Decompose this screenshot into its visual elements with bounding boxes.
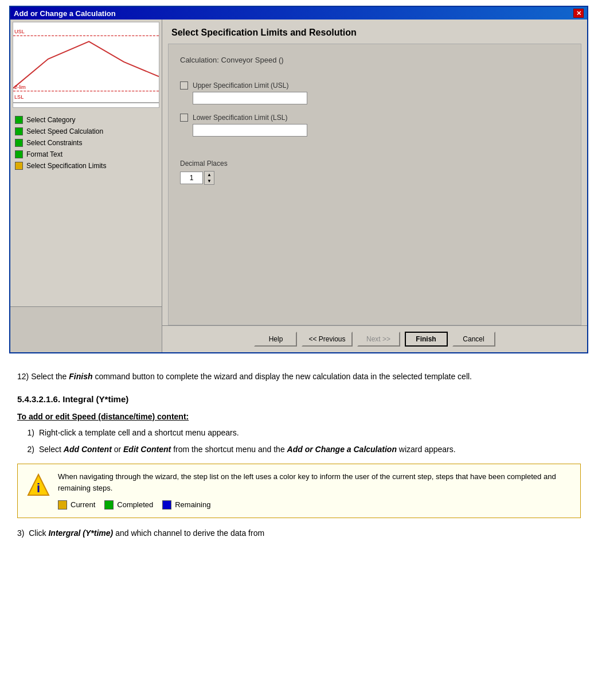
step-item-5: Select Specification Limits <box>15 162 157 170</box>
legend-current-box <box>58 500 67 510</box>
step-indicator-2 <box>15 127 23 135</box>
step-label-5: Select Specification Limits <box>26 162 106 170</box>
calc-label: Calculation: Conveyor Speed () <box>180 56 569 64</box>
decimal-row: ▲ ▼ <box>180 171 569 185</box>
legend-remaining-label: Remaining <box>175 499 210 511</box>
section-heading: 5.4.3.2.1.6. Integral (Y*time) <box>17 394 581 404</box>
svg-text:i: i <box>37 481 40 495</box>
step12-bold: Finish <box>69 372 92 381</box>
legend-remaining-box <box>162 500 171 510</box>
dialog: Add or Change a Calculation ✕ <box>9 6 588 353</box>
list-item-2-text-mid2: from the shortcut menu and the <box>171 445 287 454</box>
step-item-1: Select Category <box>15 116 157 124</box>
legend-completed-box <box>104 500 114 510</box>
decimal-spinner: ▲ ▼ <box>204 171 214 185</box>
svg-text:LSL: LSL <box>14 94 24 100</box>
usl-label: Upper Specification Limit (USL) <box>193 81 288 90</box>
dialog-footer: Help << Previous Next >> Finish Cancel <box>162 325 587 352</box>
step3-text: Click <box>29 528 48 538</box>
left-panel: USL 2-lim LSL Select Category <box>10 20 162 352</box>
doc-content: 12) Select the Finish command button to … <box>0 359 598 562</box>
decimal-down-button[interactable]: ▼ <box>205 178 214 184</box>
step-indicator-3 <box>15 139 23 147</box>
list-item-2-text-before: Select <box>39 445 64 454</box>
step3-num: 3) <box>17 528 24 538</box>
chart-area: USL 2-lim LSL <box>13 22 159 108</box>
usl-input[interactable] <box>193 92 307 104</box>
right-panel-title: Select Specification Limits and Resoluti… <box>162 20 587 44</box>
bottom-left-panel <box>10 306 162 352</box>
spec-section: Upper Specification Limit (USL) Lower Sp… <box>180 81 569 137</box>
step-label-2: Select Speed Calculation <box>26 127 103 135</box>
decimal-up-button[interactable]: ▲ <box>205 172 214 178</box>
usl-checkbox[interactable] <box>180 81 188 90</box>
right-content: Calculation: Conveyor Speed () Upper Spe… <box>168 44 581 325</box>
info-main-text: When navigating through the wizard, the … <box>58 472 556 492</box>
cancel-button[interactable]: Cancel <box>452 332 495 347</box>
dialog-titlebar: Add or Change a Calculation ✕ <box>10 7 587 20</box>
step12-suffix: command button to complete the wizard an… <box>93 372 472 381</box>
step-label-1: Select Category <box>26 116 75 124</box>
legend-row: Current Completed Remaining <box>58 499 571 511</box>
step12-num: 12) <box>17 372 29 381</box>
svg-text:USL: USL <box>14 29 25 34</box>
info-text-content: When navigating through the wizard, the … <box>58 471 571 511</box>
usl-header: Upper Specification Limit (USL) <box>180 81 569 90</box>
step3-bold: Intergral (Y*time) <box>48 528 113 538</box>
step-item-4: Format Text <box>15 150 157 158</box>
legend-completed-label: Completed <box>117 499 153 511</box>
list-item-2-bold3: Add or Change a Calculation <box>287 445 397 454</box>
dialog-body: USL 2-lim LSL Select Category <box>10 20 587 352</box>
lsl-checkbox[interactable] <box>180 114 188 122</box>
finish-button[interactable]: Finish <box>405 332 448 347</box>
list-item-1-text: Right-click a template cell and a shortc… <box>39 427 239 439</box>
usl-row: Upper Specification Limit (USL) <box>180 81 569 104</box>
legend-completed: Completed <box>104 499 153 511</box>
step-item-3: Select Constraints <box>15 139 157 147</box>
decimal-label: Decimal Places <box>180 160 569 168</box>
step-indicator-4 <box>15 150 23 158</box>
step-label-3: Select Constraints <box>26 139 82 147</box>
step-12: 12) Select the Finish command button to … <box>17 371 581 383</box>
help-button[interactable]: Help <box>254 332 297 347</box>
list-item-2-text-after: wizard appears. <box>397 445 456 454</box>
steps-list: Select Category Select Speed Calculation… <box>10 110 162 306</box>
decimal-input[interactable] <box>180 172 203 184</box>
list-item-2-num: 2) <box>17 444 34 456</box>
legend-current: Current <box>58 499 95 511</box>
step-label-4: Format Text <box>26 150 62 158</box>
svg-rect-0 <box>13 24 159 106</box>
list-item-1-num: 1) <box>17 427 34 439</box>
list-item-2-text-mid1: or <box>112 445 123 454</box>
list-item-2-bold1: Add Content <box>64 445 112 454</box>
next-button[interactable]: Next >> <box>357 332 400 347</box>
dialog-title: Add or Change a Calculation <box>14 9 116 18</box>
numbered-list: 1) Right-click a template cell and a sho… <box>17 427 581 456</box>
step12-text: Select the <box>31 372 69 381</box>
step3-suffix: and which channel to derive the data fro… <box>113 528 264 538</box>
legend-current-label: Current <box>71 499 95 511</box>
step-3: 3) Click Intergral (Y*time) and which ch… <box>17 527 581 539</box>
dialog-close-button[interactable]: ✕ <box>573 9 584 18</box>
legend-remaining: Remaining <box>162 499 210 511</box>
right-panel: Select Specification Limits and Resoluti… <box>162 20 587 352</box>
info-icon: i <box>27 473 50 496</box>
list-item-1: 1) Right-click a template cell and a sho… <box>17 427 581 439</box>
previous-button[interactable]: << Previous <box>302 332 352 347</box>
step-indicator-5 <box>15 162 23 170</box>
decimal-section: Decimal Places ▲ ▼ <box>180 160 569 185</box>
list-item-2-content: Select Add Content or Edit Content from … <box>39 444 456 456</box>
list-item-2: 2) Select Add Content or Edit Content fr… <box>17 444 581 456</box>
list-item-2-bold2: Edit Content <box>123 445 171 454</box>
sub-heading: To add or edit Speed (distance/time) con… <box>17 412 581 421</box>
step-item-2: Select Speed Calculation <box>15 127 157 135</box>
lsl-label: Lower Specification Limit (LSL) <box>193 114 287 122</box>
lsl-header: Lower Specification Limit (LSL) <box>180 114 569 122</box>
step-indicator-1 <box>15 116 23 124</box>
lsl-row: Lower Specification Limit (LSL) <box>180 114 569 137</box>
svg-text:2-lim: 2-lim <box>14 84 26 90</box>
info-box: i When navigating through the wizard, th… <box>17 464 581 518</box>
lsl-input[interactable] <box>193 124 307 137</box>
dialog-wrapper: Add or Change a Calculation ✕ <box>0 0 598 359</box>
